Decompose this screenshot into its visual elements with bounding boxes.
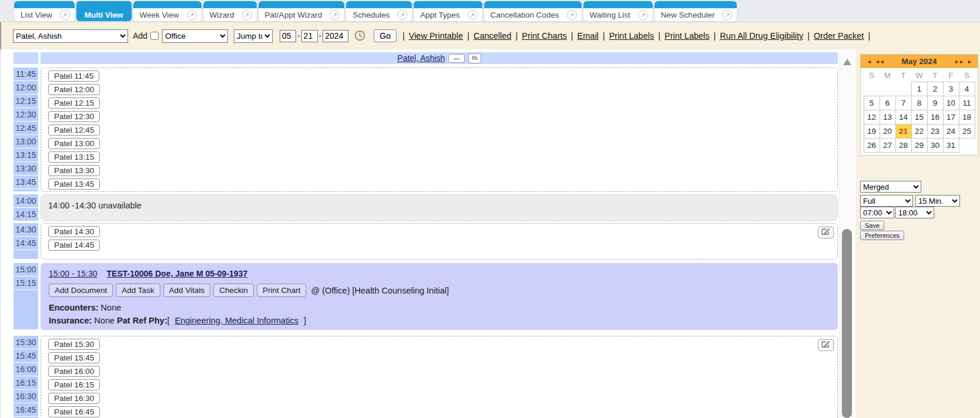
edit-slot-button[interactable] — [818, 227, 834, 238]
go-button[interactable]: Go — [374, 29, 397, 42]
popout-icon[interactable]: ↗ — [187, 10, 197, 20]
calendar-day-21[interactable]: 21 — [895, 124, 911, 138]
slot-button-patel-14-30[interactable]: Patel 14:30 — [48, 226, 100, 237]
date-day-input[interactable] — [301, 30, 318, 42]
slot-button-patel-13-45[interactable]: Patel 13:45 — [48, 178, 100, 190]
scroll-thumb[interactable] — [842, 229, 852, 418]
tab-list-view[interactable]: List View↗ — [14, 1, 75, 21]
calendar-day-28[interactable]: 28 — [895, 138, 911, 152]
appointment-block[interactable]: 15:00 - 15:30TEST-10006 Doe, Jane M 05-0… — [41, 263, 838, 330]
popout-icon[interactable]: ↗ — [330, 10, 340, 20]
calendar-prev-arrow-icon[interactable]: ◄ — [867, 59, 871, 65]
view-mode-select[interactable]: Merged — [860, 181, 921, 193]
calendar-day-27[interactable]: 27 — [880, 138, 895, 152]
tab-cancellation-codes[interactable]: Cancellation Codes↗ — [484, 1, 582, 21]
calendar-day-6[interactable]: 6 — [880, 96, 895, 110]
tab-new-scheduler[interactable]: New Scheduler↗ — [655, 1, 737, 21]
toolbar-link-run-all-drug-eligibility[interactable]: Run All Drug Eligibility — [720, 31, 803, 41]
popout-icon[interactable]: ↗ — [60, 10, 70, 20]
calendar-day-22[interactable]: 22 — [911, 124, 927, 138]
scroll-up-icon[interactable] — [843, 59, 851, 65]
toolbar-link-email[interactable]: Email — [578, 31, 599, 41]
add-task-button[interactable]: Add Task — [116, 284, 160, 297]
toolbar-link-order-packet[interactable]: Order Packet — [814, 31, 864, 41]
end-time-select[interactable]: 18:00 — [895, 207, 934, 218]
popout-icon[interactable]: ↗ — [567, 10, 577, 20]
date-year-input[interactable] — [323, 30, 348, 42]
calendar-day-5[interactable]: 5 — [864, 96, 880, 110]
toolbar-link-print-charts[interactable]: Print Charts — [522, 31, 567, 41]
preferences-button[interactable]: Preferences — [860, 231, 904, 240]
tab-waiting-list[interactable]: Waiting List↗ — [583, 1, 653, 21]
provider-header-link[interactable]: Patel, Ashish — [397, 53, 445, 63]
popout-icon[interactable]: ↗ — [468, 10, 478, 20]
collapse-column-button[interactable]: — — [448, 54, 465, 63]
calendar-day-7[interactable]: 7 — [895, 96, 911, 110]
calendar-day-19[interactable]: 19 — [864, 124, 880, 138]
slot-button-patel-13-00[interactable]: Patel 13:00 — [48, 138, 100, 149]
calendar-day-10[interactable]: 10 — [943, 96, 959, 110]
calendar-day-15[interactable]: 15 — [911, 110, 927, 124]
slot-button-patel-11-45[interactable]: Patel 11:45 — [48, 70, 99, 82]
add-vitals-button[interactable]: Add Vitals — [163, 284, 211, 297]
tab-pat-appt-wizard[interactable]: Pat/Appt Wizard↗ — [259, 1, 345, 21]
calendar-day-12[interactable]: 12 — [864, 110, 880, 124]
add-checkbox[interactable] — [150, 32, 159, 40]
tab-multi-view[interactable]: Multi View — [76, 1, 132, 21]
appointment-patient-link[interactable]: TEST-10006 Doe, Jane M 05-09-1937 — [107, 269, 248, 278]
calendar-day-4[interactable]: 4 — [959, 82, 975, 96]
date-month-input[interactable] — [280, 30, 296, 42]
referring-physician-link[interactable]: Engineering, Medical Informatics — [175, 316, 298, 325]
provider-select[interactable]: Patel, Ashish — [13, 29, 128, 43]
slot-button-patel-12-15[interactable]: Patel 12:15 — [48, 97, 100, 109]
popout-icon[interactable]: ↗ — [722, 10, 732, 20]
calendar-day-25[interactable]: 25 — [959, 124, 975, 138]
edit-slot-button[interactable] — [818, 339, 834, 351]
slot-button-patel-16-45[interactable]: Patel 16:45 — [48, 406, 100, 417]
toolbar-link-view-printable[interactable]: View Printable — [409, 31, 463, 41]
interval-select[interactable]: 15 Min. — [915, 195, 960, 207]
calendar-day-20[interactable]: 20 — [880, 124, 895, 138]
calendar-day-26[interactable]: 26 — [864, 138, 880, 152]
tab-week-view[interactable]: Week View↗ — [133, 1, 202, 21]
calendar-day-31[interactable]: 31 — [943, 138, 959, 152]
calendar-day-8[interactable]: 8 — [911, 96, 927, 110]
slot-button-patel-13-30[interactable]: Patel 13:30 — [48, 165, 100, 176]
tab-appt-types[interactable]: Appt Types↗ — [414, 1, 482, 21]
checkin-button[interactable]: Checkin — [213, 284, 254, 297]
calendar-day-23[interactable]: 23 — [927, 124, 943, 138]
calendar-prev-double-arrow-icon[interactable]: ◄◄ — [875, 59, 884, 65]
facility-select[interactable]: Office — [162, 29, 228, 43]
slot-button-patel-14-45[interactable]: Patel 14:45 — [48, 240, 100, 251]
calendar-day-14[interactable]: 14 — [895, 110, 911, 124]
toolbar-link-print-labels[interactable]: Print Labels — [664, 31, 710, 41]
toolbar-link-print-labels[interactable]: Print Labels — [609, 31, 655, 41]
print-chart-button[interactable]: Print Chart — [257, 284, 307, 297]
calendar-day-1[interactable]: 1 — [911, 82, 927, 96]
appointment-time-link[interactable]: 15:00 - 15:30 — [49, 269, 98, 278]
slot-button-patel-15-30[interactable]: Patel 15:30 — [48, 339, 100, 350]
main-scrollbar[interactable] — [840, 53, 854, 418]
calendar-next-arrow-icon[interactable]: ► — [967, 59, 972, 65]
tab-wizard[interactable]: Wizard↗ — [203, 1, 257, 21]
tab-schedules[interactable]: Schedules↗ — [346, 1, 412, 21]
calendar-day-30[interactable]: 30 — [927, 138, 943, 152]
calendar-day-16[interactable]: 16 — [927, 110, 943, 124]
calendar-day-18[interactable]: 18 — [959, 110, 975, 124]
slot-button-patel-13-15[interactable]: Patel 13:15 — [48, 151, 100, 163]
calendar-day-13[interactable]: 13 — [880, 110, 895, 124]
start-time-select[interactable]: 07:00 — [860, 207, 894, 218]
slot-button-patel-12-45[interactable]: Patel 12:45 — [48, 124, 100, 136]
calendar-day-29[interactable]: 29 — [911, 138, 927, 152]
calendar-day-24[interactable]: 24 — [943, 124, 959, 138]
slot-button-patel-12-00[interactable]: Patel 12:00 — [48, 84, 100, 95]
jump-to-select[interactable]: Jump to — [234, 29, 273, 43]
calendar-picker-clock-icon[interactable] — [354, 30, 365, 42]
calendar-day-11[interactable]: 11 — [959, 96, 975, 110]
slot-button-patel-16-30[interactable]: Patel 16:30 — [48, 393, 100, 404]
slot-button-patel-15-45[interactable]: Patel 15:45 — [48, 352, 100, 363]
slot-button-patel-16-15[interactable]: Patel 16:15 — [48, 379, 100, 390]
popout-icon[interactable]: ↗ — [242, 10, 252, 20]
fb-button[interactable]: f/b — [468, 53, 481, 63]
save-button[interactable]: Save — [860, 221, 884, 230]
